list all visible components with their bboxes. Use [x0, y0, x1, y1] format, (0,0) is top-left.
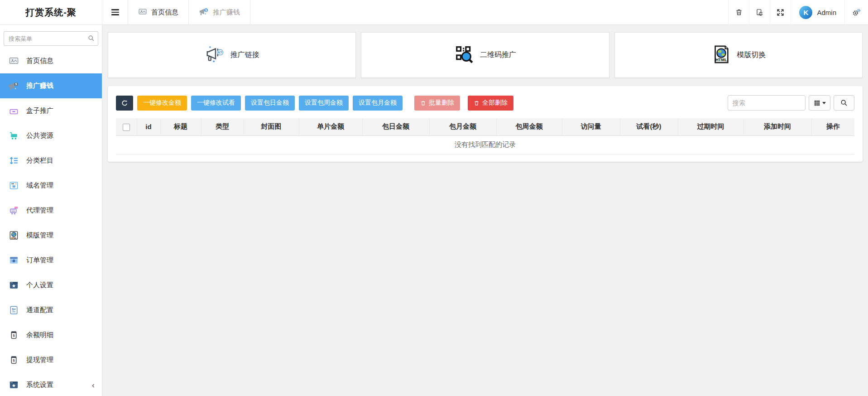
svg-text:$: $: [15, 82, 17, 86]
column-header-title: 标题: [160, 118, 201, 135]
megaphone-icon: $: [199, 7, 209, 18]
trash-icon: [735, 8, 743, 16]
balance-icon: $: [8, 330, 19, 341]
top-navbar: 打赏系统-聚 首页信息 $ 推广赚钱 K Admin: [0, 0, 868, 25]
browser-star-icon: [8, 380, 19, 391]
sidebar-item-channel-config[interactable]: $= 通道配置: [0, 298, 102, 323]
card-label: 模版切换: [737, 50, 766, 60]
table-search-input[interactable]: [728, 95, 806, 111]
calculator-icon: $=: [8, 305, 19, 316]
main-content: $ 推广链接 二维码推广 HTML 模版切换 一键修改金额 一键修改试看: [102, 25, 868, 396]
grid-icon: [814, 100, 820, 106]
sidebar-item-agent[interactable]: 代理管理: [0, 198, 102, 223]
template-globe-icon: HTML: [8, 230, 19, 241]
megaphone-icon: $: [8, 81, 19, 92]
menu-search-input[interactable]: [4, 31, 98, 46]
select-all-checkbox[interactable]: [123, 124, 130, 131]
column-header-monthly-amount: 包月金额: [429, 118, 496, 135]
column-header-weekly-amount: 包周金额: [496, 118, 562, 135]
sidebar-item-label: 域名管理: [26, 181, 53, 190]
columns-toggle-button[interactable]: [809, 95, 830, 111]
select-all-checkbox-cell: [116, 118, 137, 135]
column-header-cover: 封面图: [244, 118, 299, 135]
card-qrcode-promo[interactable]: 二维码推广: [361, 32, 609, 78]
column-header-add-time: 添加时间: [743, 118, 811, 135]
card-label: 二维码推广: [480, 50, 516, 60]
sidebar-item-category[interactable]: 分类栏目: [0, 148, 102, 173]
table-header-row: id 标题 类型 封面图 单片金额 包日金额 包月金额 包周金额 访问量 试看(…: [116, 118, 854, 135]
tab-promo-earn[interactable]: $ 推广赚钱: [188, 0, 250, 24]
batch-delete-button[interactable]: 批量删除: [414, 96, 460, 111]
svg-text:$=: $=: [12, 307, 16, 311]
svg-text:$: $: [219, 49, 221, 55]
column-header-id: id: [137, 118, 160, 135]
empty-row: 没有找到匹配的记录: [116, 135, 854, 154]
sidebar-item-order[interactable]: 订单管理: [0, 248, 102, 273]
column-header-visits: 访问量: [562, 118, 620, 135]
sidebar-item-system-settings[interactable]: 系统设置 ‹: [0, 372, 102, 396]
sidebar: 首页信息 $ 推广赚钱 盒子推广 公共资源 分类栏目: [0, 25, 102, 396]
svg-text:$: $: [13, 333, 15, 338]
set-monthly-amount-button[interactable]: 设置包月金额: [353, 96, 403, 111]
search-icon: [840, 99, 848, 106]
user-menu[interactable]: K Admin: [791, 0, 844, 24]
sidebar-menu: 首页信息 $ 推广赚钱 盒子推广 公共资源 分类栏目: [0, 48, 102, 396]
megaphone-dollar-icon: $: [205, 44, 225, 67]
sidebar-item-home-info[interactable]: 首页信息: [0, 48, 102, 73]
sidebar-item-label: 通道配置: [26, 306, 53, 314]
sidebar-item-balance-detail[interactable]: $ 余额明细: [0, 323, 102, 348]
column-header-type: 类型: [201, 118, 244, 135]
set-daily-amount-button[interactable]: 设置包日金额: [245, 96, 295, 111]
sidebar-item-promo-earn[interactable]: $ 推广赚钱: [0, 73, 102, 98]
sidebar-item-template[interactable]: HTML 模版管理: [0, 223, 102, 248]
refresh-icon: [121, 99, 129, 107]
photo-icon: [138, 7, 147, 18]
records-table: id 标题 类型 封面图 单片金额 包日金额 包月金额 包周金额 访问量 试看(…: [116, 118, 854, 155]
svg-text:HTML: HTML: [716, 58, 728, 62]
agent-cart-icon: [8, 205, 19, 216]
card-promo-link[interactable]: $ 推广链接: [108, 32, 356, 78]
cart-icon: [8, 130, 19, 141]
sort-list-icon: [8, 155, 19, 166]
fullscreen-icon: [776, 8, 785, 17]
sidebar-item-public-resource[interactable]: 公共资源: [0, 123, 102, 148]
set-weekly-amount-button[interactable]: 设置包周金额: [299, 96, 349, 111]
chevron-left-icon: ‹: [92, 381, 95, 389]
photo-icon: [8, 56, 19, 67]
settings-button[interactable]: [844, 0, 868, 24]
tab-home-info[interactable]: 首页信息: [128, 0, 188, 24]
gears-icon: [852, 8, 861, 17]
card-template-switch[interactable]: HTML 模版切换: [614, 32, 863, 78]
qrcode-search-icon: [454, 44, 475, 67]
column-header-actions: 操作: [811, 118, 854, 135]
fullscreen-button[interactable]: [770, 0, 791, 24]
svg-text:$: $: [13, 358, 15, 362]
toolbar: 一键修改金额 一键修改试看 设置包日金额 设置包周金额 设置包月金额 批量删除 …: [116, 95, 854, 111]
sidebar-item-label: 提现管理: [26, 356, 53, 364]
sidebar-item-withdraw[interactable]: $ 提现管理: [0, 348, 102, 372]
menu-toggle-button[interactable]: [102, 0, 128, 24]
html-globe-icon: HTML: [711, 44, 732, 67]
sidebar-item-label: 首页信息: [26, 57, 53, 65]
delete-all-button[interactable]: 全部删除: [468, 96, 513, 111]
trash-button[interactable]: [728, 0, 749, 24]
shortcut-cards: $ 推广链接 二维码推广 HTML 模版切换: [108, 32, 863, 78]
modify-amount-button[interactable]: 一键修改金额: [137, 96, 187, 111]
sidebar-item-label: 个人设置: [26, 281, 53, 290]
sidebar-item-domain[interactable]: w 域名管理: [0, 173, 102, 198]
trash-icon: [420, 100, 426, 106]
refresh-button[interactable]: [116, 96, 133, 111]
clear-cache-button[interactable]: [749, 0, 770, 24]
search-submit-button[interactable]: [834, 95, 854, 111]
modify-preview-button[interactable]: 一键修改试看: [191, 96, 241, 111]
sidebar-item-personal-settings[interactable]: 个人设置: [0, 273, 102, 298]
trash-icon: [474, 100, 480, 106]
sidebar-item-label: 盒子推广: [26, 106, 53, 115]
column-header-preview-seconds: 试看(秒): [620, 118, 678, 135]
sidebar-item-box-promo[interactable]: 盒子推广: [0, 98, 102, 123]
withdraw-icon: $: [8, 355, 19, 366]
sidebar-item-label: 代理管理: [26, 206, 53, 215]
column-header-daily-amount: 包日金额: [362, 118, 429, 135]
box-icon: [8, 106, 19, 116]
sidebar-item-label: 模版管理: [26, 231, 53, 240]
